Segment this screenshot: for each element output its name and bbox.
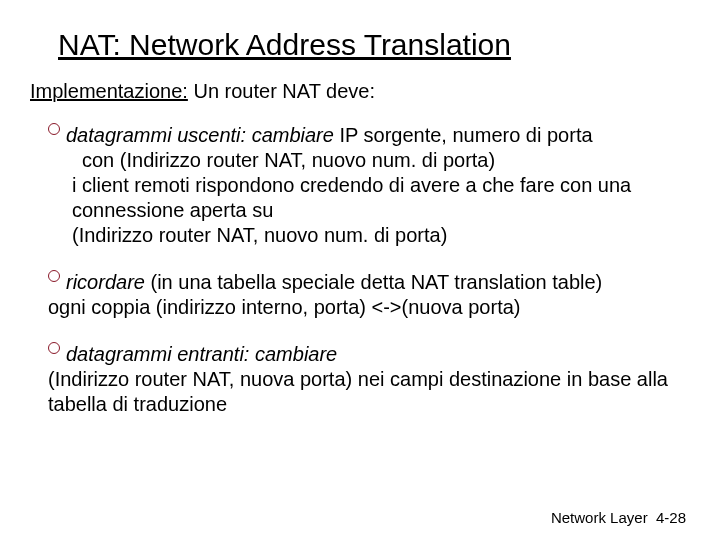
- bullet-1-line2: con (Indirizzo router NAT, nuovo num. di…: [82, 148, 670, 173]
- bullet-2: ricordare (in una tabella speciale detta…: [48, 270, 670, 320]
- slide: NAT: Network Address Translation Impleme…: [0, 0, 720, 540]
- bullet-1: datagrammi uscenti: cambiare IP sorgente…: [48, 123, 670, 248]
- bullet-2-line2: ogni coppia (indirizzo interno, porta) <…: [48, 295, 670, 320]
- bullet-2-lead: ricordare (in una tabella speciale detta…: [48, 270, 670, 295]
- bullet-1-lead: datagrammi uscenti: cambiare IP sorgente…: [48, 123, 670, 148]
- bullet-1-line4: (Indirizzo router NAT, nuovo num. di por…: [72, 223, 670, 248]
- circle-bullet-icon: [48, 123, 60, 135]
- footer: Network Layer 4-28: [551, 509, 686, 526]
- bullet-1-line3: i client remoti rispondono credendo di a…: [72, 173, 670, 223]
- subtitle-rest: Un router NAT deve:: [188, 80, 375, 102]
- bullet-3-italic: datagrammi entranti: cambiare: [66, 343, 337, 365]
- subtitle: Implementazione: Un router NAT deve:: [30, 80, 690, 103]
- bullet-3-line2: (Indirizzo router NAT, nuova porta) nei …: [48, 367, 670, 417]
- bullet-2-rest: (in una tabella speciale detta NAT trans…: [145, 271, 602, 293]
- bullet-2-italic: ricordare: [66, 271, 145, 293]
- footer-label: Network Layer: [551, 509, 648, 526]
- circle-bullet-icon: [48, 342, 60, 354]
- bullet-3: datagrammi entranti: cambiare (Indirizzo…: [48, 342, 670, 417]
- bullet-3-lead: datagrammi entranti: cambiare: [48, 342, 670, 367]
- subtitle-underlined: Implementazione:: [30, 80, 188, 102]
- bullet-1-rest: IP sorgente, numero di porta: [334, 124, 593, 146]
- circle-bullet-icon: [48, 270, 60, 282]
- footer-page: 4-28: [656, 509, 686, 526]
- bullet-1-italic: datagrammi uscenti: cambiare: [66, 124, 334, 146]
- page-title: NAT: Network Address Translation: [58, 28, 690, 62]
